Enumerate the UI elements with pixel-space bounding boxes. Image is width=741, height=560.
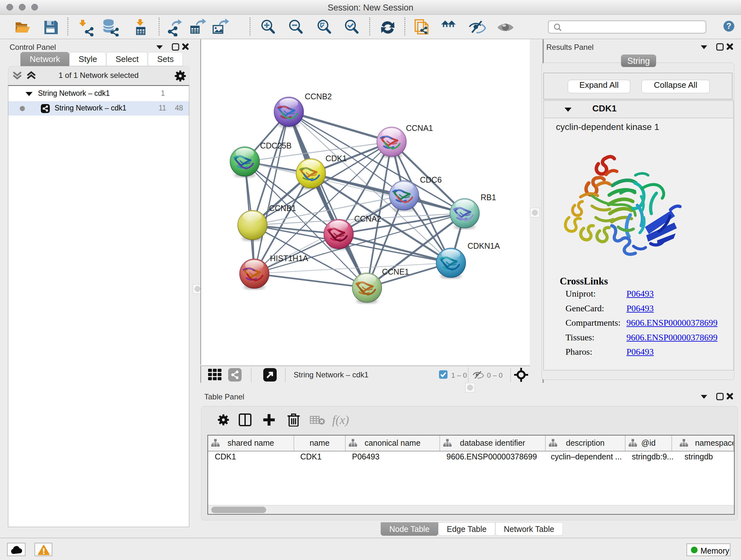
- svg-text:CDC25B: CDC25B: [260, 141, 292, 150]
- svg-text:CCNB2: CCNB2: [305, 92, 332, 101]
- svg-text:?: ?: [726, 21, 731, 30]
- svg-text:CDC6: CDC6: [420, 175, 442, 184]
- svg-text:CCNE1: CCNE1: [382, 267, 409, 276]
- svg-text:CCNA2: CCNA2: [354, 214, 381, 223]
- svg-text:CDKN1A: CDKN1A: [468, 241, 500, 250]
- svg-text:CDK1: CDK1: [326, 154, 347, 163]
- svg-text:CCNB1: CCNB1: [269, 204, 296, 212]
- svg-text:CCNA1: CCNA1: [406, 124, 433, 132]
- svg-text:RB1: RB1: [481, 193, 496, 202]
- svg-text:HIST1H1A: HIST1H1A: [270, 254, 308, 263]
